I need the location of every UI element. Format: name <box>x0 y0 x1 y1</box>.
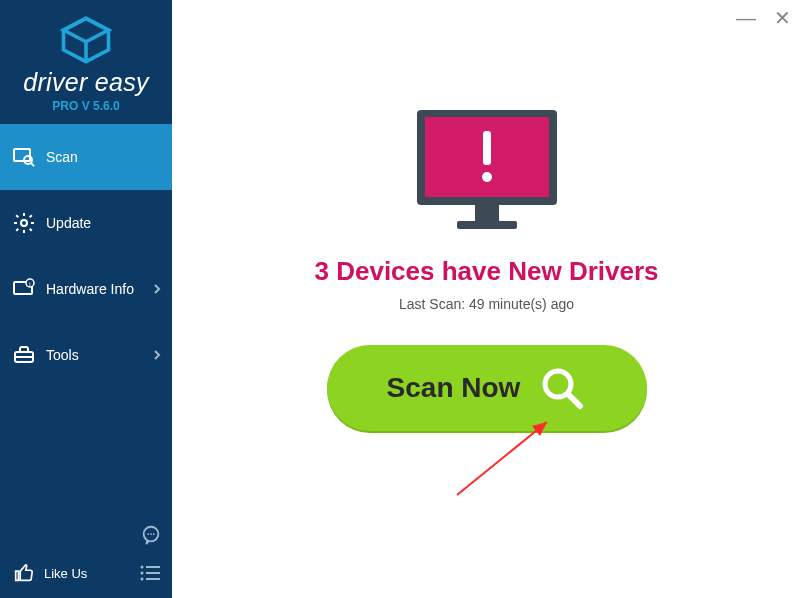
svg-line-5 <box>31 163 34 166</box>
gear-icon <box>12 211 36 235</box>
svg-rect-3 <box>14 149 30 161</box>
monitor-alert-icon <box>407 105 567 240</box>
chevron-right-icon <box>152 350 162 360</box>
svg-point-18 <box>141 572 144 575</box>
like-us-button[interactable]: Like Us <box>44 566 87 581</box>
main-panel: — ✕ 3 Devices have New Drivers Last Scan… <box>172 0 801 598</box>
sidebar-item-update[interactable]: Update <box>0 190 172 256</box>
svg-text:i: i <box>29 281 30 287</box>
scan-now-label: Scan Now <box>387 372 521 404</box>
sidebar-item-label: Hardware Info <box>46 281 134 297</box>
svg-point-16 <box>141 566 144 569</box>
svg-rect-26 <box>483 131 491 165</box>
app-window: driver easy PRO V 5.6.0 Scan Update <box>0 0 801 598</box>
close-button[interactable]: ✕ <box>774 8 791 28</box>
svg-rect-24 <box>475 205 499 221</box>
scan-now-button[interactable]: Scan Now <box>327 345 647 431</box>
bottom-bar: Like Us <box>0 548 172 598</box>
svg-point-14 <box>150 533 152 535</box>
nav: Scan Update i Hardware Info <box>0 124 172 548</box>
minimize-button[interactable]: — <box>736 8 756 28</box>
menu-icon[interactable] <box>140 565 160 581</box>
speech-bubble-icon <box>140 524 162 546</box>
sidebar-item-scan[interactable]: Scan <box>0 124 172 190</box>
svg-point-27 <box>482 172 492 182</box>
monitor-scan-icon <box>12 145 36 169</box>
sidebar-item-label: Update <box>46 215 91 231</box>
last-scan-text: Last Scan: 49 minute(s) ago <box>172 296 801 312</box>
version-label: PRO V 5.6.0 <box>52 99 119 113</box>
status-text: 3 Devices have New Drivers <box>172 256 801 287</box>
logo-text: driver easy <box>23 68 149 97</box>
toolbox-icon <box>12 343 36 367</box>
chevron-right-icon <box>152 284 162 294</box>
status-graphic <box>172 105 801 240</box>
sidebar-item-tools[interactable]: Tools <box>0 322 172 388</box>
svg-line-30 <box>457 422 547 495</box>
feedback-button[interactable] <box>140 524 162 550</box>
logo-icon <box>59 16 113 64</box>
sidebar-item-label: Scan <box>46 149 78 165</box>
svg-point-6 <box>21 220 27 226</box>
sidebar-item-hardware[interactable]: i Hardware Info <box>0 256 172 322</box>
window-controls: — ✕ <box>736 8 791 28</box>
thumbs-up-icon <box>12 562 34 584</box>
magnifier-icon <box>538 364 586 412</box>
monitor-info-icon: i <box>12 277 36 301</box>
svg-marker-1 <box>64 18 109 41</box>
svg-point-15 <box>153 533 155 535</box>
svg-point-20 <box>141 578 144 581</box>
svg-rect-25 <box>457 221 517 229</box>
sidebar-item-label: Tools <box>46 347 79 363</box>
sidebar: driver easy PRO V 5.6.0 Scan Update <box>0 0 172 598</box>
svg-line-29 <box>568 394 580 406</box>
svg-point-13 <box>147 533 149 535</box>
logo-area: driver easy PRO V 5.6.0 <box>0 0 172 124</box>
